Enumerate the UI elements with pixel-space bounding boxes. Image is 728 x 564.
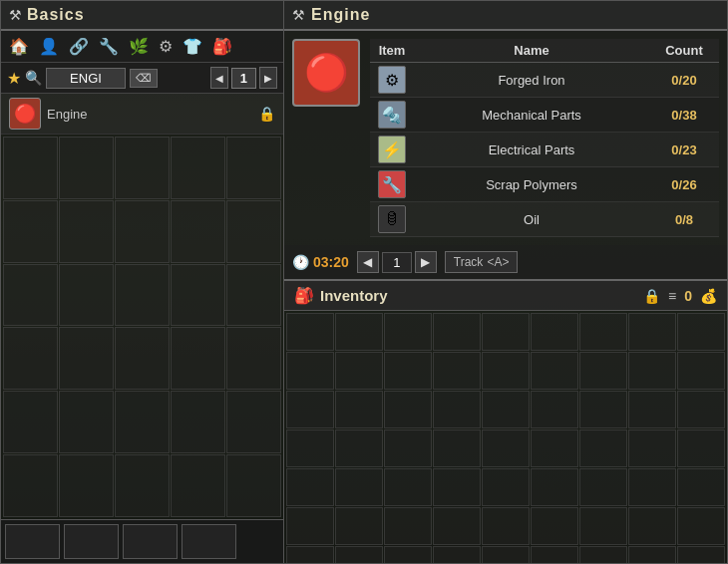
grid-cell[interactable] <box>3 454 58 517</box>
grid-cell[interactable] <box>115 327 170 390</box>
inventory-cell[interactable] <box>579 313 627 351</box>
nav-shirt-icon[interactable]: 👕 <box>181 35 204 58</box>
grid-cell[interactable] <box>59 327 114 390</box>
nav-gear-icon[interactable]: ⚙ <box>157 35 175 58</box>
grid-cell[interactable] <box>115 454 170 517</box>
inventory-cell[interactable] <box>286 391 334 428</box>
nav-chain-icon[interactable]: 🔗 <box>67 35 91 58</box>
grid-cell[interactable] <box>226 200 281 263</box>
grid-cell[interactable] <box>3 200 58 263</box>
favorite-star-icon[interactable]: ★ <box>7 69 21 88</box>
inventory-cell[interactable] <box>384 391 432 428</box>
inventory-cell[interactable] <box>531 429 578 467</box>
bottom-slot[interactable] <box>5 524 60 559</box>
inventory-cell[interactable] <box>531 352 578 390</box>
grid-cell[interactable] <box>59 200 114 263</box>
grid-cell[interactable] <box>3 327 58 390</box>
inventory-cell[interactable] <box>335 313 383 351</box>
nav-home-icon[interactable]: 🏠 <box>7 35 31 58</box>
prev-arrow-button[interactable]: ◀ <box>210 67 228 89</box>
grid-cell[interactable] <box>59 454 114 517</box>
inventory-cell[interactable] <box>677 546 725 563</box>
inventory-cell[interactable] <box>433 352 481 390</box>
inventory-cell[interactable] <box>482 429 530 467</box>
inventory-cell[interactable] <box>335 507 383 545</box>
grid-cell[interactable] <box>3 391 58 453</box>
inventory-cell[interactable] <box>433 507 481 545</box>
nav-wrench-icon[interactable]: 🔧 <box>97 35 121 58</box>
inventory-cell[interactable] <box>531 468 578 506</box>
inventory-cell[interactable] <box>482 546 530 563</box>
inventory-cell[interactable] <box>628 468 676 506</box>
grid-cell[interactable] <box>59 137 114 199</box>
inventory-cell[interactable] <box>482 352 530 390</box>
engine-list-item[interactable]: 🔴 Engine 🔒 <box>1 94 283 135</box>
inventory-cell[interactable] <box>579 391 627 428</box>
inventory-cell[interactable] <box>628 313 676 351</box>
inventory-cell[interactable] <box>286 352 334 390</box>
nav-leaf-icon[interactable]: 🌿 <box>127 35 151 58</box>
inventory-cell[interactable] <box>286 507 334 545</box>
search-input[interactable] <box>46 68 126 89</box>
inventory-cell[interactable] <box>384 352 432 390</box>
inventory-cell[interactable] <box>335 468 383 506</box>
bottom-slot[interactable] <box>123 524 178 559</box>
inventory-cell[interactable] <box>579 507 627 545</box>
grid-cell[interactable] <box>115 137 170 199</box>
next-arrow-button[interactable]: ▶ <box>259 67 277 89</box>
inventory-cell[interactable] <box>677 352 725 390</box>
inventory-cell[interactable] <box>531 391 578 428</box>
inventory-cell[interactable] <box>628 391 676 428</box>
inventory-cell[interactable] <box>677 468 725 506</box>
inventory-cell[interactable] <box>433 429 481 467</box>
inventory-cell[interactable] <box>677 313 725 351</box>
bottom-slot[interactable] <box>64 524 119 559</box>
inventory-cell[interactable] <box>628 429 676 467</box>
grid-cell[interactable] <box>3 137 58 199</box>
grid-cell[interactable] <box>59 264 114 327</box>
grid-cell[interactable] <box>171 264 225 327</box>
inventory-cell[interactable] <box>384 429 432 467</box>
nav-person-icon[interactable]: 👤 <box>37 35 61 58</box>
grid-cell[interactable] <box>171 137 225 199</box>
grid-cell[interactable] <box>226 391 281 453</box>
inventory-cell[interactable] <box>531 313 578 351</box>
inventory-cell[interactable] <box>286 313 334 351</box>
inventory-cell[interactable] <box>628 352 676 390</box>
track-button[interactable]: Track <A> <box>445 251 519 273</box>
inventory-cell[interactable] <box>286 546 334 563</box>
nav-bag-icon[interactable]: 🎒 <box>210 35 234 58</box>
inventory-cell[interactable] <box>482 391 530 428</box>
inventory-cell[interactable] <box>482 507 530 545</box>
inventory-cell[interactable] <box>335 429 383 467</box>
qty-decrease-button[interactable]: ◀ <box>357 251 379 273</box>
inventory-cell[interactable] <box>579 352 627 390</box>
grid-cell[interactable] <box>171 391 225 453</box>
inventory-cell[interactable] <box>384 313 432 351</box>
search-icon[interactable]: 🔍 <box>25 70 42 86</box>
inventory-cell[interactable] <box>335 546 383 563</box>
inventory-cell[interactable] <box>579 468 627 506</box>
inventory-cell[interactable] <box>579 546 627 563</box>
inventory-cell[interactable] <box>286 429 334 467</box>
inventory-cell[interactable] <box>433 313 481 351</box>
inventory-cell[interactable] <box>628 507 676 545</box>
inventory-list-icon[interactable]: ≡ <box>668 288 676 304</box>
qty-increase-button[interactable]: ▶ <box>415 251 437 273</box>
inventory-cell[interactable] <box>531 546 578 563</box>
inventory-cell[interactable] <box>384 546 432 563</box>
grid-cell[interactable] <box>115 391 170 453</box>
grid-cell[interactable] <box>226 137 281 199</box>
inventory-cell[interactable] <box>335 391 383 428</box>
inventory-cell[interactable] <box>677 391 725 428</box>
inventory-cell[interactable] <box>335 352 383 390</box>
grid-cell[interactable] <box>115 264 170 327</box>
grid-cell[interactable] <box>171 200 225 263</box>
inventory-cell[interactable] <box>433 391 481 428</box>
inventory-cell[interactable] <box>628 546 676 563</box>
bottom-slot[interactable] <box>182 524 236 559</box>
inventory-lock-icon[interactable]: 🔒 <box>643 288 660 304</box>
grid-cell[interactable] <box>171 454 225 517</box>
grid-cell[interactable] <box>226 264 281 327</box>
grid-cell[interactable] <box>171 327 225 390</box>
